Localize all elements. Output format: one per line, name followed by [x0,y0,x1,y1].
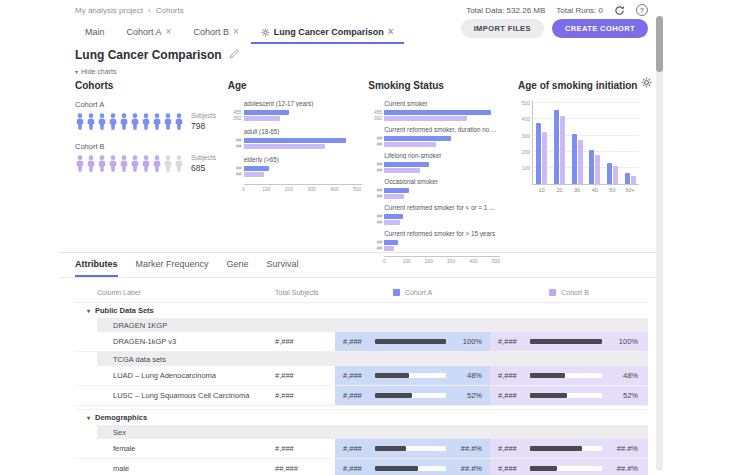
close-tab-icon[interactable]: × [388,27,394,37]
gridline [533,135,639,136]
help-icon[interactable]: ? [636,4,648,16]
table-tab-survival[interactable]: Survival [267,259,299,277]
cohort-b-percent: ##.#% [608,464,638,473]
cohort-a-percent: 100% [452,337,482,346]
breadcrumb-section[interactable]: Cohorts [156,6,184,15]
smoking-chart-title: Smoking Status [368,80,515,91]
refresh-icon[interactable] [614,5,625,16]
total-subjects-value: #,### [275,337,335,346]
bar-value-label: 455 [228,110,242,115]
row-label: DRAGEN-1kGP v3 [75,337,275,346]
tab-cohort-a[interactable]: Cohort A× [117,22,182,44]
person-icon [86,154,96,173]
y-axis-tick: 300 [522,133,530,139]
column-cohort-a [625,173,630,184]
cohort-a-cell: #,###48% [335,366,490,385]
column-cohort-b [578,140,583,184]
subgroup-row-sex[interactable]: Sex [75,425,648,439]
column-cohort-a [589,150,594,184]
cohort-a-bar-track [375,393,446,398]
column-cohort-a [607,163,612,184]
bar-value-label: 455 [368,110,382,115]
hide-charts-label: Hide charts [81,68,116,75]
x-axis-tick: 300 [308,186,316,192]
bar-group-label: Current reformed smoker for > 15 years [384,230,514,237]
breadcrumb-project[interactable]: My analysis project [75,6,143,15]
tab-main[interactable]: Main [75,22,115,44]
cohort-a-percent: ##.#% [452,464,482,473]
bar-value-label: ## [368,168,382,173]
cohort-b-cell: #,#####.#% [490,439,648,458]
cohort-a-legend-swatch [393,289,400,296]
scrollbar-track[interactable] [656,16,663,471]
subjects-caption: Subjects [191,154,216,161]
caret-down-icon: ▾ [75,68,78,75]
person-icon [75,112,85,131]
hide-charts-toggle[interactable]: ▾ Hide charts [75,68,116,75]
table-header-row: Column Label Total Subjects Cohort A Coh… [75,282,648,303]
table-row-female[interactable]: female#,####,#####.#%#,#####.#% [75,439,648,459]
total-subjects-value: #,### [275,444,335,453]
table-tab-attributes[interactable]: Attributes [75,259,118,277]
row-label: male [75,464,275,473]
cohort-a-cell: #,#####.#% [335,459,490,475]
table-row-dragen-1kgp-v3[interactable]: DRAGEN-1kGP v3#,####,###100%#,###100% [75,332,648,352]
table-row-luad-lung-adenocarcinoma[interactable]: LUAD – Lung Adenocarcinoma#,####,###48%#… [75,366,648,386]
bar-group-label: Lifelong non-smoker [384,152,514,159]
x-axis-tick: 500 [492,258,500,264]
bar-group-occasional-smoker: Occasional smoker#### [368,178,515,199]
column-group-40 [589,150,601,184]
cohorts-panel: Cohorts Cohort ASubjects798Cohort BSubje… [75,80,225,266]
gridline [533,167,639,168]
subgroup-row-dragen-1kgp[interactable]: DRAGEN 1KGP [75,318,648,332]
create-cohort-button[interactable]: CREATE COHORT [552,19,648,38]
bar-cohort-a [384,214,403,219]
bar-group-current-reformed-smoker-duration-no: Current reformed smoker, duration no ...… [368,126,515,147]
total-subjects-value: #,### [275,371,335,380]
cohort-b-bar-fill [530,446,582,451]
close-tab-icon[interactable]: × [166,27,172,37]
x-axis-tick: 20 [553,187,565,193]
bar-cohort-b [384,246,393,251]
close-tab-icon[interactable]: × [233,27,239,37]
tab-lung-cancer-comparison[interactable]: Lung Cancer Comparison× [251,22,404,44]
x-axis: 0100200300400500 [244,184,362,194]
person-icon [119,154,129,173]
bar-value-label: ## [368,188,382,193]
tab-label: Cohort B [193,27,229,37]
bar-value-label: ## [368,220,382,225]
group-row-demographics[interactable]: ▾Demographics [75,409,648,425]
page-title: Lung Cancer Comparison [75,48,222,62]
subjects-count: Subjects685 [191,154,216,173]
column-cohort-b [613,166,618,184]
cohort-b-cell: #,#####.#% [490,459,648,475]
table-tab-marker-frequency[interactable]: Marker Frequency [136,259,209,277]
cohort-person-icons [75,154,184,173]
cohort-b-bar-track [530,446,602,451]
person-icon [141,112,151,131]
person-icon [152,112,162,131]
bar-group-adult-18-65: adult (18-65)#### [228,128,366,149]
column-group-20 [553,110,565,184]
cohort-a-bar-fill [375,339,446,344]
x-axis-tick: 500 [353,186,361,192]
caret-down-icon: ▾ [87,307,90,314]
group-row-public-data-sets[interactable]: ▾Public Data Sets [75,303,648,318]
chart-settings-gear-icon[interactable] [641,74,652,92]
cohort-a-legend: Cohort A [335,289,490,296]
tab-cohort-b[interactable]: Cohort B× [183,22,248,44]
table-row-male[interactable]: male##,####,#####.#%#,#####.#% [75,459,648,475]
bar-value-label: ## [368,194,382,199]
subjects-number: 685 [191,163,216,173]
subgroup-row-tcga-data-sets[interactable]: TCGA data sets [75,352,648,366]
bar-group-label: adult (18-65) [244,128,366,135]
import-files-button[interactable]: IMPORT FILES [461,19,544,38]
topbar: My analysis project › Cohorts Total Data… [75,4,648,16]
y-axis-labels: 100200300400500 [518,100,532,184]
edit-title-icon[interactable] [229,48,239,62]
table-tab-gene[interactable]: Gene [227,259,249,277]
tab-bar: MainCohort A×Cohort B×Lung Cancer Compar… [75,20,404,44]
scrollbar-thumb[interactable] [656,16,663,72]
person-icon [163,112,173,131]
table-row-lusc-lung-squamous-cell-carcinoma[interactable]: LUSC – Lung Squamous Cell Carcinoma#,###… [75,386,648,406]
